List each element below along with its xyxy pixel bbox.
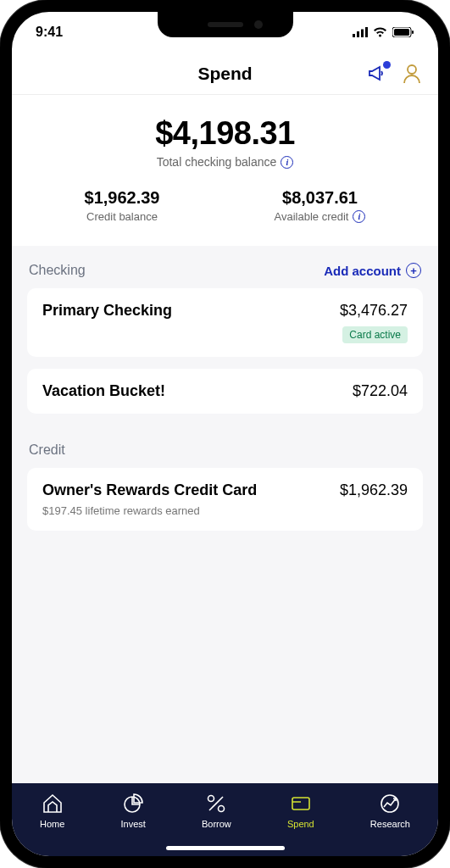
announcements-icon[interactable] [367, 64, 387, 83]
account-amount: $1,962.39 [340, 481, 408, 499]
account-name: Owner's Rewards Credit Card [42, 481, 257, 499]
nav-research[interactable]: Research [370, 792, 410, 829]
battery-icon [392, 27, 414, 37]
svg-point-14 [381, 795, 398, 812]
svg-rect-6 [412, 31, 414, 34]
app-header: Spend [12, 53, 438, 95]
account-card[interactable]: Owner's Rewards Credit Card $1,962.39 $1… [27, 468, 423, 531]
bottom-nav: Home Invest Borrow Spend [12, 783, 438, 856]
nav-spend[interactable]: Spend [287, 792, 314, 829]
nav-invest[interactable]: Invest [121, 792, 146, 829]
card-active-badge: Card active [342, 326, 408, 343]
account-name: Vacation Bucket! [42, 382, 165, 400]
credit-balance-label: Credit balance [86, 210, 158, 223]
total-checking-balance: $4,198.31 [12, 115, 438, 152]
card-icon [289, 792, 313, 815]
rewards-subtext: $197.45 lifetime rewards earned [42, 504, 408, 517]
account-name: Primary Checking [42, 302, 172, 320]
available-credit-value: $8,037.61 [275, 188, 366, 208]
svg-point-7 [408, 65, 416, 74]
credit-balance-value: $1,962.39 [85, 188, 160, 208]
section-title-credit: Credit [29, 442, 65, 458]
account-amount: $722.04 [353, 382, 408, 400]
nav-borrow[interactable]: Borrow [202, 792, 231, 829]
info-icon[interactable]: i [281, 156, 293, 169]
svg-rect-12 [292, 798, 309, 810]
account-amount: $3,476.27 [340, 302, 408, 320]
pie-icon [121, 792, 145, 815]
svg-point-10 [219, 806, 225, 812]
profile-icon[interactable] [403, 64, 421, 84]
wifi-icon [373, 27, 387, 37]
account-card[interactable]: Vacation Bucket! $722.04 [27, 369, 423, 414]
svg-rect-2 [361, 30, 364, 38]
svg-rect-1 [357, 31, 359, 37]
svg-rect-0 [353, 34, 355, 37]
research-icon [378, 792, 402, 815]
total-checking-label: Total checking balance [157, 155, 277, 169]
percent-icon [204, 792, 228, 815]
account-card[interactable]: Primary Checking $3,476.27 Card active [27, 288, 423, 357]
page-title: Spend [197, 64, 252, 84]
available-credit-label: Available credit [275, 210, 349, 223]
svg-rect-3 [365, 27, 368, 37]
home-indicator [166, 846, 285, 850]
info-icon[interactable]: i [353, 210, 365, 223]
add-account-button[interactable]: Add account + [324, 263, 421, 278]
svg-line-11 [209, 797, 223, 810]
svg-point-9 [208, 796, 214, 802]
plus-icon: + [406, 263, 421, 278]
nav-home[interactable]: Home [40, 792, 64, 829]
balance-hero: $4,198.31 Total checking balance i $1,96… [12, 95, 438, 246]
svg-rect-5 [394, 29, 409, 36]
status-time: 9:41 [36, 25, 63, 40]
home-icon [41, 792, 64, 815]
section-title-checking: Checking [29, 263, 86, 278]
cellular-icon [353, 27, 368, 37]
